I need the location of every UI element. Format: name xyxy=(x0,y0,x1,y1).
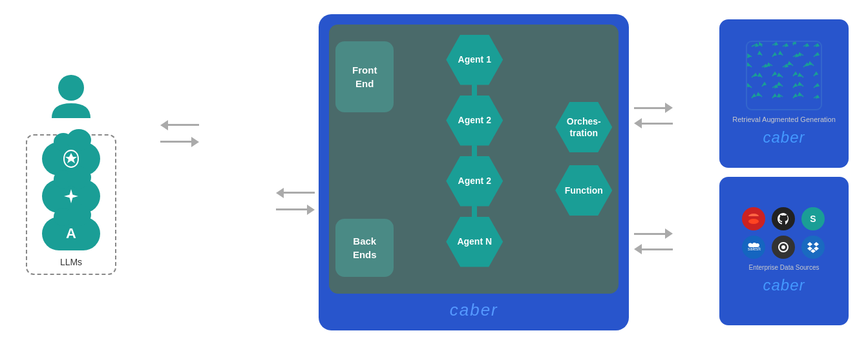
svg-rect-85 xyxy=(746,41,821,110)
agentic-left-col: Front End Back Ends xyxy=(335,35,394,283)
arrow-right-top xyxy=(160,137,199,147)
right-section: Retrieval Augmented Generation caber xyxy=(719,19,849,325)
gemini-icon xyxy=(60,185,82,207)
enterprise-caber-brand: caber xyxy=(763,276,805,294)
svg-point-0 xyxy=(58,75,84,101)
circle-icon xyxy=(772,236,795,259)
orchestration-hex: Orches- tration xyxy=(555,102,612,152)
arrow-left-top xyxy=(160,120,199,130)
agent2b-hex: Agent 2 xyxy=(446,156,503,207)
svg-marker-72 xyxy=(753,94,756,97)
frontend-box: Front End xyxy=(335,41,394,112)
svg-marker-80 xyxy=(794,94,797,97)
orchestration-col: Orches- tration Function xyxy=(555,35,612,283)
agents-col: Agent 1 Agent 2 Agent 2 Agent N xyxy=(399,35,550,283)
svg-marker-16 xyxy=(748,54,750,57)
arrow-right-rag xyxy=(634,103,673,113)
agentic-box: Agentic AI Applications Front End Back E… xyxy=(319,14,629,330)
rag-box: Retrieval Augmented Generation caber xyxy=(719,19,849,168)
svg-text:salesforce: salesforce xyxy=(748,247,761,251)
svg-point-91 xyxy=(781,245,785,249)
svg-marker-66 xyxy=(794,84,797,86)
rag-label: Retrieval Augmented Generation xyxy=(732,115,836,124)
arrow-right-llm xyxy=(276,205,315,215)
hex-connector-1 xyxy=(472,84,477,97)
left-section: A LLMs xyxy=(19,70,123,275)
svg-marker-18 xyxy=(758,52,761,54)
svg-marker-52 xyxy=(794,72,797,75)
svg-marker-22 xyxy=(779,52,781,54)
dropbox-icon xyxy=(801,236,825,259)
enterprise-arrows xyxy=(634,228,673,254)
svg-marker-60 xyxy=(763,83,766,85)
llms-box: A LLMs xyxy=(26,134,116,275)
openai-icon xyxy=(60,148,82,170)
rag-caber-brand: caber xyxy=(763,128,805,147)
right-arrows xyxy=(634,14,673,330)
github-icon xyxy=(772,207,795,230)
human-icon xyxy=(45,70,97,121)
llms-label: LLMs xyxy=(60,257,82,267)
svg-marker-4 xyxy=(759,43,762,45)
agent1-hex: Agent 1 xyxy=(446,35,503,85)
arrow-left-llm xyxy=(276,188,315,198)
human-arrows xyxy=(160,120,199,147)
hex-connector-3 xyxy=(472,205,477,218)
agent2a-hex: Agent 2 xyxy=(446,96,503,146)
diagram-container: A LLMs Agentic AI Applications Fr xyxy=(0,0,868,344)
llm-arrows xyxy=(276,188,315,215)
sharepoint-icon: S xyxy=(801,207,825,230)
rag-visual xyxy=(745,40,823,111)
function-hex: Function xyxy=(555,165,612,216)
anthropic-cloud: A xyxy=(42,217,100,250)
agentic-inner: Front End Back Ends Agent 1 Agent 2 xyxy=(329,25,619,294)
svg-marker-48 xyxy=(774,72,776,75)
arrow-right-enterprise xyxy=(634,228,673,239)
svg-marker-76 xyxy=(774,94,776,97)
rag-svg xyxy=(745,40,823,111)
enterprise-label: Enterprise Data Sources xyxy=(749,264,820,271)
backend-box: Back Ends xyxy=(335,219,394,277)
agentic-footer: caber xyxy=(329,294,619,320)
svg-marker-46 xyxy=(758,74,761,76)
svg-point-88 xyxy=(748,219,759,224)
enterprise-icons: S salesforce xyxy=(742,207,826,259)
enterprise-box: S salesforce xyxy=(719,177,849,325)
s3-icon xyxy=(742,207,765,230)
arrow-left-rag xyxy=(634,118,673,128)
hex-connector-2 xyxy=(472,145,477,157)
arrow-left-enterprise xyxy=(634,244,673,254)
svg-marker-56 xyxy=(815,72,818,75)
agentN-hex: Agent N xyxy=(446,217,503,267)
main-flow: Agentic AI Applications Front End Back E… xyxy=(272,14,678,330)
rag-arrows xyxy=(634,103,673,128)
svg-marker-20 xyxy=(774,53,776,56)
anthropic-letter: A xyxy=(66,225,76,242)
salesforce-icon: salesforce xyxy=(742,236,765,259)
